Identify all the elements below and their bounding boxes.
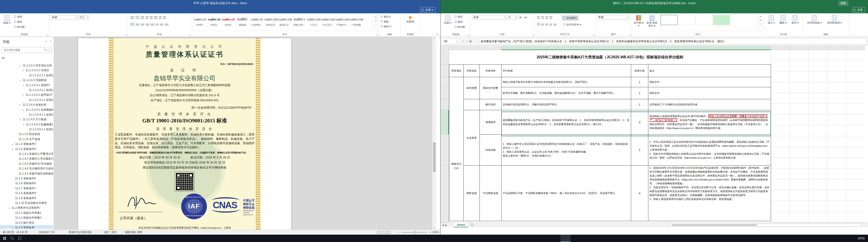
tree-arrow-icon[interactable]: ▾: [20, 63, 23, 68]
taskbar-app-icon[interactable]: [359, 235, 369, 242]
cells-command[interactable]: 删除 ▾: [777, 15, 789, 24]
cells-command[interactable]: 插入 ▾: [765, 15, 777, 24]
cell-style-item[interactable]: [695, 15, 713, 25]
taskbar-app-icon[interactable]: [500, 235, 510, 242]
cell[interactable]: 银行资信: [480, 99, 501, 110]
zoom-slider-thumb[interactable]: [414, 231, 415, 234]
nav-heading-item[interactable]: 11.1.4.2 未被列入失信被执行: [0, 156, 53, 161]
nav-heading-item[interactable]: 11.1.6 资格条件6: [0, 181, 53, 186]
column-header[interactable]: [479, 46, 501, 50]
cells-command[interactable]: 格式 ▾: [789, 15, 801, 24]
clipboard-command[interactable]: 剪切: [14, 15, 25, 19]
font-format-icon[interactable]: [501, 22, 506, 26]
nav-heading-item[interactable]: 11.2.1 投标文件质量1: [0, 211, 53, 215]
nav-heading-item[interactable]: 11.1.2.4.4.1.1 校准证书: [0, 112, 53, 117]
bullets-icon[interactable]: [130, 16, 134, 19]
column-header[interactable]: [449, 46, 463, 50]
word-vertical-scrollbar[interactable]: ▲▼: [432, 37, 436, 230]
taskbar-app-icon[interactable]: [217, 235, 227, 242]
font-tool-icon[interactable]: [94, 15, 99, 20]
taskbar-app-icon[interactable]: [46, 235, 56, 242]
clipboard-command[interactable]: 剪切: [455, 15, 465, 19]
style-item[interactable]: AaBbCc投标文件...: [292, 15, 306, 31]
taskbar-app-icon[interactable]: [399, 235, 409, 242]
font-format-icon[interactable]: [75, 22, 80, 26]
nav-tab[interactable]: [2, 56, 5, 58]
font-format-icon[interactable]: [56, 22, 60, 26]
header-cell[interactable]: 标准分值: [631, 64, 648, 77]
cell[interactable]: 1: [631, 87, 648, 99]
numbering-icon[interactable]: [135, 16, 139, 19]
taskbar-app-icon[interactable]: [560, 235, 570, 242]
column-header[interactable]: [501, 46, 631, 50]
taskbar-app-icon[interactable]: [66, 235, 76, 242]
word-window-controls[interactable]: [420, 0, 440, 3]
nav-heading-item[interactable]: ▾11.1.2.4.3 无损检测: [0, 78, 53, 83]
cell[interactable]: 企业资质: [464, 110, 480, 165]
collapse-ribbon-icon[interactable]: ∧: [436, 33, 438, 35]
taskbar-app-icon[interactable]: [147, 235, 157, 242]
number-tool-icon[interactable]: [597, 22, 602, 26]
font-format-icon[interactable]: [491, 22, 496, 26]
select-all-corner[interactable]: [440, 46, 449, 50]
nav-heading-item[interactable]: 11.1.2.6 生产场地: [0, 137, 53, 142]
taskbar-app-icon[interactable]: [530, 235, 540, 242]
taskbar-clock[interactable]: 10:51: [858, 235, 865, 242]
align-middle-icon[interactable]: [541, 16, 544, 19]
borders-icon[interactable]: [165, 23, 168, 26]
taskbar-app-icon[interactable]: [197, 235, 207, 242]
font-format-icon[interactable]: [99, 22, 104, 26]
dialog-launcher-icon[interactable]: [468, 34, 469, 36]
tree-arrow-icon[interactable]: ▾: [20, 103, 23, 107]
taskbar-app-icon[interactable]: [238, 235, 248, 242]
search-dropdown-icon[interactable]: ▾: [49, 47, 50, 53]
nav-heading-item[interactable]: 11.1.5 资格条件5: [0, 176, 53, 181]
outdent-icon[interactable]: [554, 23, 556, 26]
start-button[interactable]: [3, 237, 4, 238]
taskbar-app-icon[interactable]: [570, 235, 581, 242]
column-header[interactable]: [846, 46, 864, 50]
paragraph-row2[interactable]: [130, 22, 169, 26]
dialog-launcher-icon[interactable]: [593, 34, 594, 36]
row-header[interactable]: [440, 64, 449, 77]
taskbar-app-icon[interactable]: [429, 235, 439, 242]
cell[interactable]: 3: [631, 110, 648, 135]
taskbar-app-icon[interactable]: [278, 235, 288, 242]
show-marks-icon[interactable]: [163, 16, 166, 19]
zoom-out-icon[interactable]: −: [399, 230, 400, 235]
font-format-icon[interactable]: [94, 22, 99, 26]
clipboard-command[interactable]: 格式刷: [14, 25, 25, 29]
cell[interactable]: 1: [631, 77, 648, 87]
cell[interactable]: 1: [631, 135, 648, 165]
style-item[interactable]: AaBbCcDd↵Table P...: [335, 16, 349, 31]
style-item[interactable]: AaBbCcDfont21: [207, 16, 221, 31]
multilevel-list-icon[interactable]: [141, 16, 144, 19]
row-header[interactable]: [440, 77, 449, 87]
align-left-icon[interactable]: [537, 23, 540, 26]
cell[interactable]: 以开标前三个月内银行出具的资信证明为准: [649, 103, 770, 107]
nav-heading-item[interactable]: ▸11.1.3 资格条件3: [0, 142, 53, 146]
taskbar-app-icon[interactable]: [157, 235, 167, 242]
taskbar-app-icon[interactable]: [258, 235, 268, 242]
distribute-icon[interactable]: [151, 23, 154, 26]
nav-tab[interactable]: [9, 57, 11, 58]
dialog-launcher-icon[interactable]: [46, 34, 48, 36]
merge-center-button[interactable]: 合并后居中 ▾: [562, 23, 583, 27]
taskbar-app-icon[interactable]: [490, 235, 500, 242]
grow-font-icon[interactable]: A↑: [519, 15, 523, 20]
tree-arrow-icon[interactable]: ▾: [20, 78, 23, 83]
editing-command[interactable]: 替换: [381, 20, 391, 23]
sign-in-button[interactable]: 登录: [838, 1, 848, 6]
style-item[interactable]: AaBbCcDfont41: [221, 16, 235, 31]
cell[interactable]: 具有银行资信证明得1分，无银行资信证明不得分。: [503, 103, 630, 107]
row-header[interactable]: [440, 87, 449, 99]
cell-styles-scroll[interactable]: ▲▼≡: [758, 14, 762, 31]
word-share-button[interactable]: 共享 ▾: [420, 7, 435, 12]
font-tool-icon[interactable]: [104, 15, 109, 20]
header-cell[interactable]: 评分标准: [501, 64, 631, 77]
word-document-canvas[interactable]: 中 鉴 认 证 有 限 责 任 公 司 质量管理体系认证证书 NO：007002…: [54, 37, 436, 230]
taskbar-app-icon[interactable]: [106, 235, 117, 242]
decrease-indent-icon[interactable]: [146, 16, 148, 19]
taskbar-app-icon[interactable]: [207, 235, 217, 242]
taskbar-app-icon[interactable]: [177, 235, 187, 242]
